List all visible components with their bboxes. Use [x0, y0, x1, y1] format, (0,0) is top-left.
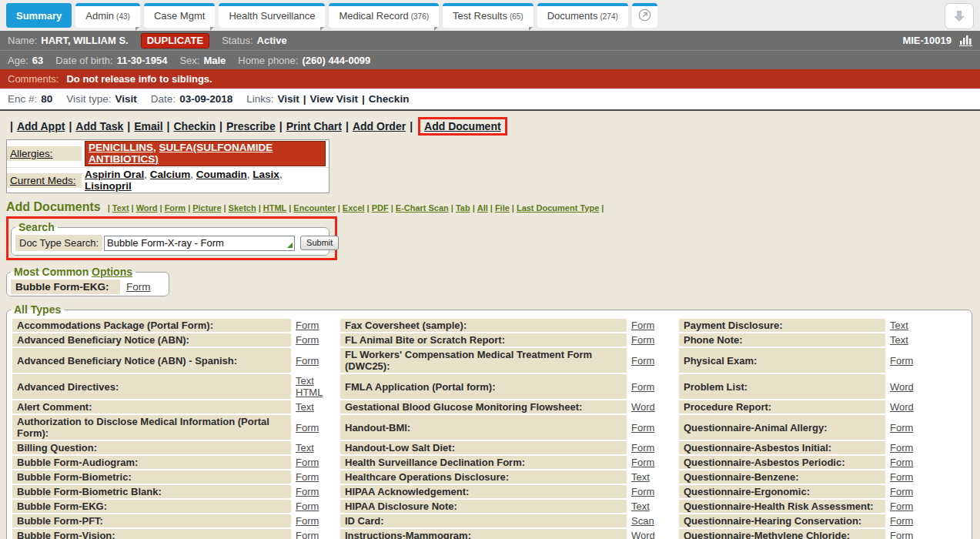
doc-advanced-beneficiary-notice-abn-spanish-form-link[interactable]: Form — [296, 355, 319, 367]
doc-bubble-form-pft-form-link[interactable]: Form — [296, 515, 319, 527]
add-documents-header: Add Documents |Text|Word|Form|Picture|Sk… — [6, 200, 980, 214]
add-order-link[interactable]: Add Order — [353, 120, 406, 132]
tab-count: (43) — [116, 12, 130, 21]
doc-type-search-input[interactable] — [104, 236, 295, 251]
doc-id-card-scan-link[interactable]: Scan — [631, 515, 654, 527]
doc-fax-coversheet-sample-form-link[interactable]: Form — [631, 320, 654, 331]
add-doc-file-link[interactable]: File — [495, 203, 510, 213]
comments-text: Do not release info to siblings. — [66, 73, 212, 85]
most-common-form-link[interactable]: Form — [126, 281, 151, 293]
doc-questionnaire-hearing-conservation-form-link[interactable]: Form — [890, 515, 913, 527]
allergy-alert-pill: PENICILLINS, SULFA(SULFONAMIDE ANTIBIOTI… — [85, 141, 326, 166]
add-doc-last-document-type-link[interactable]: Last Document Type — [517, 203, 599, 213]
download-chart-button[interactable] — [945, 3, 974, 29]
doc-handout-bmi-form-link[interactable]: Form — [631, 422, 654, 434]
add-doc-tab-link[interactable]: Tab — [456, 203, 470, 213]
doc-advanced-directives-html-link[interactable]: HTML — [296, 387, 323, 398]
doc-fmla-application-portal-form-form-link[interactable]: Form — [631, 381, 654, 393]
doc-bubble-form-biometric-form-link[interactable]: Form — [296, 471, 319, 483]
options-link[interactable]: Options — [92, 266, 132, 278]
search-legend: Search — [15, 221, 58, 233]
med-lisinopril[interactable]: Lisinopril — [85, 180, 132, 192]
prescribe-link[interactable]: Prescribe — [226, 120, 276, 132]
doc-questionnaire-methylene-chloride-form-link[interactable]: Form — [890, 530, 913, 539]
allergy-penicillins[interactable]: PENICILLINS — [89, 142, 153, 153]
submit-button[interactable]: Submit — [300, 236, 339, 250]
tab-test-results[interactable]: Test Results(65) — [443, 3, 533, 28]
doc-payment-disclosure-text-link[interactable]: Text — [890, 320, 908, 331]
doc-alert-comment-text-link[interactable]: Text — [296, 401, 314, 413]
med-aspirin-oral[interactable]: Aspirin Oral — [85, 169, 144, 180]
doc-type-label: HIPAA Disclosure Note: — [340, 500, 627, 513]
checkin-link[interactable]: Checkin — [369, 93, 410, 105]
doc-fl-workers-compensation-medical-treatment-form-dwc25-form-link[interactable]: Form — [631, 355, 654, 367]
doc-questionnaire-ergonomic-form-link[interactable]: Form — [890, 486, 913, 497]
doc-accommodations-package-portal-form-form-link[interactable]: Form — [296, 320, 319, 331]
doc-billing-question-text-link[interactable]: Text — [296, 442, 314, 454]
add-doc-form-link[interactable]: Form — [165, 203, 186, 213]
doc-fl-animal-bite-or-scratch-report-form-link[interactable]: Form — [631, 334, 654, 346]
add-doc-excel-link[interactable]: Excel — [343, 203, 365, 213]
print-chart-link[interactable]: Print Chart — [286, 120, 342, 132]
add-doc-sketch-link[interactable]: Sketch — [229, 203, 256, 213]
doc-health-surveillance-declination-form-form-link[interactable]: Form — [631, 457, 654, 468]
tab-documents[interactable]: Documents(274) — [537, 3, 628, 28]
add-task-link[interactable]: Add Task — [75, 120, 123, 132]
duplicate-badge[interactable]: DUPLICATE — [141, 33, 209, 49]
doc-type-label: Authorization to Disclose Medical Inform… — [12, 415, 291, 440]
tab-case-mgmt[interactable]: Case Mgmt — [144, 3, 215, 28]
doc-advanced-directives-text-link[interactable]: Text — [296, 375, 314, 387]
open-documents-shortcut-button[interactable] — [632, 3, 657, 28]
add-doc-all-link[interactable]: All — [477, 203, 488, 213]
tab-health-surveillance[interactable]: Health Surveillance — [219, 3, 325, 28]
doc-bubble-form-audiogram-form-link[interactable]: Form — [296, 457, 319, 468]
doc-instructions-mammogram-word-link[interactable]: Word — [631, 530, 655, 539]
add-doc-picture-link[interactable]: Picture — [192, 203, 221, 213]
add-doc-e-chart-scan-link[interactable]: E-Chart Scan — [396, 203, 449, 213]
tab-summary[interactable]: Summary — [6, 3, 72, 28]
doc-hipaa-acknowledgement-form-link[interactable]: Form — [631, 486, 654, 497]
doc-authorization-to-disclose-medical-information-portal-form-form-link[interactable]: Form — [296, 422, 319, 434]
doc-questionnaire-health-risk-assessment-form-link[interactable]: Form — [890, 500, 913, 512]
doc-questionnaire-asbestos-periodic-form-link[interactable]: Form — [890, 457, 913, 468]
bar-chart-icon[interactable] — [959, 35, 972, 46]
med-calcium[interactable]: Calcium — [150, 169, 191, 180]
doc-type-links: Form — [628, 441, 677, 454]
doc-questionnaire-animal-allergy-form-link[interactable]: Form — [890, 422, 913, 434]
add-doc-html-link[interactable]: HTML — [263, 203, 287, 213]
doc-healthcare-operations-disclosure-text-link[interactable]: Text — [631, 471, 650, 483]
doc-phone-note-text-link[interactable]: Text — [890, 334, 908, 346]
med-lasix[interactable]: Lasix — [253, 169, 279, 180]
doc-handout-low-salt-diet-form-link[interactable]: Form — [631, 442, 654, 454]
checkin-link[interactable]: Checkin — [174, 120, 216, 132]
doc-hipaa-disclosure-note-text-link[interactable]: Text — [631, 500, 650, 512]
doc-problem-list-word-link[interactable]: Word — [890, 381, 914, 393]
doc-questionnaire-benzene-form-link[interactable]: Form — [890, 471, 913, 483]
add-doc-word-link[interactable]: Word — [136, 203, 158, 213]
view-visit-link[interactable]: View Visit — [310, 93, 359, 105]
doc-type-links: Form — [293, 470, 339, 484]
doc-procedure-report-word-link[interactable]: Word — [890, 401, 914, 413]
allergies-link[interactable]: Allergies: — [10, 148, 53, 159]
visit-link[interactable]: Visit — [277, 93, 299, 105]
add-doc-encounter-link[interactable]: Encounter — [293, 203, 335, 213]
add-doc-pdf-link[interactable]: PDF — [372, 203, 389, 213]
add-appt-link[interactable]: Add Appt — [17, 120, 65, 132]
doc-advanced-beneficiary-notice-abn-form-link[interactable]: Form — [296, 334, 319, 346]
doc-gestational-blood-glucose-monitoring-flowsheet-word-link[interactable]: Word — [631, 401, 655, 413]
doc-bubble-form-vision-form-link[interactable]: Form — [296, 530, 319, 539]
doc-physical-exam-form-link[interactable]: Form — [890, 355, 913, 367]
tab-admin[interactable]: Admin(43) — [75, 3, 140, 28]
doc-bubble-form-biometric-blank-form-link[interactable]: Form — [296, 486, 319, 497]
doc-questionnaire-asbestos-initial-form-link[interactable]: Form — [890, 442, 913, 454]
add-document-link[interactable]: Add Document — [424, 120, 501, 132]
separator: , — [153, 142, 159, 153]
doc-bubble-form-ekg-form-link[interactable]: Form — [296, 500, 319, 512]
doc-type-links: Form — [628, 374, 677, 399]
email-link[interactable]: Email — [134, 120, 162, 132]
med-coumadin[interactable]: Coumadin — [196, 169, 247, 180]
current-meds-link[interactable]: Current Meds: — [10, 175, 76, 186]
add-doc-text-link[interactable]: Text — [112, 203, 129, 213]
current-meds-label-cell: Current Meds: — [7, 173, 82, 188]
tab-medical-record[interactable]: Medical Record(376) — [329, 3, 439, 28]
